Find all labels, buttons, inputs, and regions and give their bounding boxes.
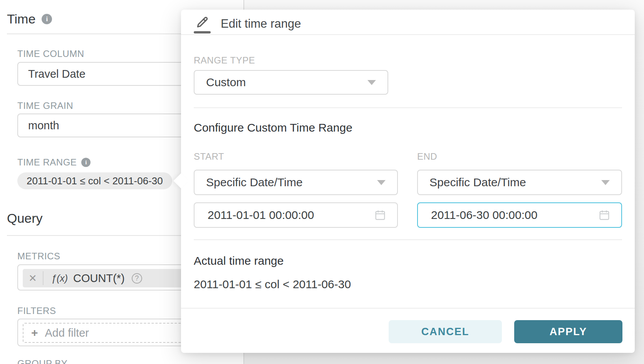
popover-header: Edit time range xyxy=(194,13,301,35)
time-column-label: TIME COLUMN xyxy=(17,48,84,59)
end-type-value: Specific Date/Time xyxy=(429,176,526,189)
plus-icon: + xyxy=(31,326,38,339)
chevron-down-icon xyxy=(377,180,386,185)
group-by-label: GROUP BY xyxy=(17,358,67,364)
range-type-value: Custom xyxy=(206,76,246,89)
help-icon[interactable]: ? xyxy=(132,273,142,284)
time-column-value: Travel Date xyxy=(28,68,86,80)
section-divider xyxy=(194,239,622,240)
time-range-label: TIME RANGE xyxy=(17,157,77,168)
actual-time-range-value: 2011-01-01 ≤ col < 2011-06-30 xyxy=(194,278,351,291)
start-datetime-value: 2011-01-01 00:00:00 xyxy=(208,209,314,222)
info-icon[interactable]: i xyxy=(81,158,91,167)
time-section-title: Time xyxy=(7,12,35,27)
time-section-header: Time i xyxy=(7,12,52,27)
edit-time-range-popover: Edit time range RANGE TYPE Custom Config… xyxy=(181,10,635,353)
time-range-pill[interactable]: 2011-01-01 ≤ col < 2011-06-30 xyxy=(17,172,172,189)
info-icon[interactable]: i xyxy=(42,14,52,24)
popover-title: Edit time range xyxy=(221,17,301,31)
apply-button[interactable]: APPLY xyxy=(514,320,622,343)
start-datetime-input[interactable]: 2011-01-01 00:00:00 xyxy=(194,202,398,228)
range-type-label: RANGE TYPE xyxy=(194,55,255,66)
metric-name: COUNT(*) xyxy=(73,272,125,285)
chevron-down-icon xyxy=(601,180,610,185)
cancel-button[interactable]: CANCEL xyxy=(389,320,502,343)
edit-pencil-icon xyxy=(194,15,211,33)
time-grain-label: TIME GRAIN xyxy=(17,100,73,111)
start-label: START xyxy=(194,151,224,162)
end-label: END xyxy=(417,151,437,162)
range-type-select[interactable]: Custom xyxy=(194,70,388,95)
add-filter-text: Add filter xyxy=(45,327,89,339)
chevron-down-icon xyxy=(367,80,376,85)
header-divider xyxy=(181,34,635,35)
calendar-icon[interactable] xyxy=(598,209,610,221)
end-datetime-value: 2011-06-30 00:00:00 xyxy=(431,209,537,222)
function-icon: ƒ(x) xyxy=(51,273,68,284)
section-divider xyxy=(194,107,622,108)
start-type-value: Specific Date/Time xyxy=(206,176,303,189)
end-type-select[interactable]: Specific Date/Time xyxy=(417,170,622,195)
filters-label: FILTERS xyxy=(17,306,56,316)
configure-heading: Configure Custom Time Range xyxy=(194,121,352,134)
query-section-title: Query xyxy=(7,211,43,226)
footer-divider xyxy=(181,308,635,309)
end-datetime-input[interactable]: 2011-06-30 00:00:00 xyxy=(417,202,622,228)
calendar-icon[interactable] xyxy=(374,209,386,221)
start-type-select[interactable]: Specific Date/Time xyxy=(194,170,398,195)
remove-metric-icon[interactable]: ✕ xyxy=(23,272,43,284)
actual-time-range-heading: Actual time range xyxy=(194,254,283,267)
metrics-label: METRICS xyxy=(17,251,60,262)
time-grain-value: month xyxy=(28,119,59,132)
time-range-header: TIME RANGE i xyxy=(17,157,91,168)
chip-separator xyxy=(43,271,44,285)
